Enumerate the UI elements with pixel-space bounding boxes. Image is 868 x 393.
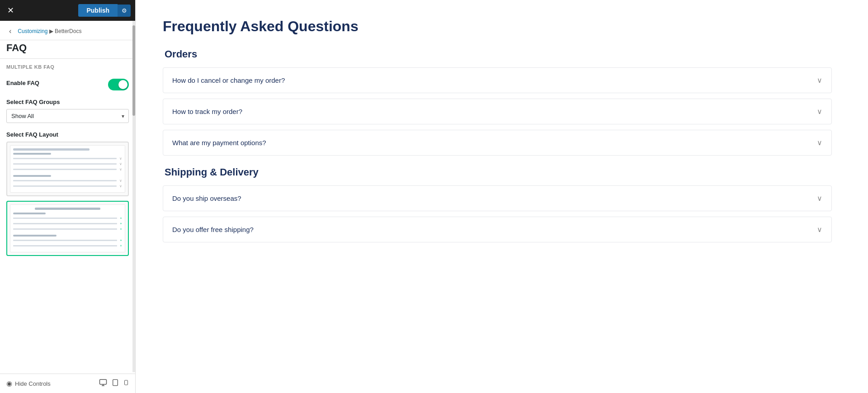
breadcrumb-nav: ‹ Customizing ▶ BetterDocs xyxy=(0,21,135,40)
faq-item-0-1[interactable]: How to track my order?∨ xyxy=(163,99,832,124)
mobile-icon xyxy=(123,379,129,387)
faq-sections: OrdersHow do I cancel or change my order… xyxy=(163,48,832,242)
device-buttons xyxy=(99,379,129,388)
faq-section-title-0: Orders xyxy=(165,48,832,60)
faq-page-title: Frequently Asked Questions xyxy=(163,18,832,35)
svg-rect-0 xyxy=(100,379,107,384)
svg-rect-3 xyxy=(113,379,118,385)
enable-faq-row: Enable FAQ xyxy=(6,79,129,90)
hide-controls-button[interactable]: ◉ Hide Controls xyxy=(6,379,51,388)
sidebar-controls: Enable FAQ Select FAQ Groups Show All ▾ … xyxy=(0,73,135,374)
svg-rect-5 xyxy=(125,380,128,385)
faq-chevron-icon: ∨ xyxy=(817,194,822,203)
enable-faq-label: Enable FAQ xyxy=(6,80,39,86)
layout-option-2[interactable]: + + + + + xyxy=(6,201,129,256)
desktop-icon xyxy=(99,379,107,387)
sidebar-header: ✕ Publish ⚙ xyxy=(0,0,135,21)
mobile-view-button[interactable] xyxy=(123,379,129,388)
publish-settings-button[interactable]: ⚙ xyxy=(118,5,131,17)
main-content: Frequently Asked Questions OrdersHow do … xyxy=(136,0,868,393)
faq-item-1-0[interactable]: Do you ship overseas?∨ xyxy=(163,185,832,211)
faq-question-text: Do you offer free shipping? xyxy=(172,226,254,233)
faq-groups-select[interactable]: Show All xyxy=(6,109,129,123)
faq-section-0: OrdersHow do I cancel or change my order… xyxy=(163,48,832,156)
faq-item-0-0[interactable]: How do I cancel or change my order?∨ xyxy=(163,67,832,93)
layout-preview-2: + + + + + xyxy=(10,204,125,252)
layout-preview-1: ∨ ∨ ∨ ∨ ∨ xyxy=(10,145,125,193)
layout-options: ∨ ∨ ∨ ∨ ∨ + + + xyxy=(6,142,129,256)
section-label: MULTIPLE KB FAQ xyxy=(0,58,135,73)
faq-question-text: How do I cancel or change my order? xyxy=(172,76,285,84)
breadcrumb: Customizing ▶ BetterDocs xyxy=(18,28,81,34)
faq-section-1: Shipping & DeliveryDo you ship overseas?… xyxy=(163,166,832,242)
faq-chevron-icon: ∨ xyxy=(817,138,822,147)
publish-button[interactable]: Publish xyxy=(78,4,118,17)
faq-question-text: How to track my order? xyxy=(172,108,242,115)
faq-chevron-icon: ∨ xyxy=(817,225,822,234)
faq-item-1-1[interactable]: Do you offer free shipping?∨ xyxy=(163,217,832,242)
layout-option-1[interactable]: ∨ ∨ ∨ ∨ ∨ xyxy=(6,142,129,196)
select-groups-label: Select FAQ Groups xyxy=(6,99,129,105)
faq-groups-select-wrapper: Show All ▾ xyxy=(6,109,129,123)
sidebar-scrollthumb[interactable] xyxy=(132,25,135,116)
page-title: FAQ xyxy=(6,42,135,54)
desktop-view-button[interactable] xyxy=(99,379,107,388)
back-button[interactable]: ‹ xyxy=(6,26,14,36)
sidebar-scrolltrack xyxy=(132,21,135,372)
tablet-view-button[interactable] xyxy=(112,379,119,388)
close-button[interactable]: ✕ xyxy=(5,4,17,17)
breadcrumb-customizing[interactable]: Customizing xyxy=(18,28,47,34)
faq-question-text: Do you ship overseas? xyxy=(172,194,241,202)
tablet-icon xyxy=(112,379,119,387)
publish-area: Publish ⚙ xyxy=(78,4,131,17)
faq-chevron-icon: ∨ xyxy=(817,76,822,85)
faq-section-title-1: Shipping & Delivery xyxy=(165,166,832,178)
enable-faq-toggle[interactable] xyxy=(108,79,129,90)
eye-icon: ◉ xyxy=(6,379,12,388)
faq-question-text: What are my payment options? xyxy=(172,139,266,147)
select-layout-label: Select FAQ Layout xyxy=(6,131,129,138)
faq-item-0-2[interactable]: What are my payment options?∨ xyxy=(163,130,832,156)
sidebar-bottom: ◉ Hide Controls xyxy=(0,374,135,393)
sidebar: ✕ Publish ⚙ ‹ Customizing ▶ BetterDocs F… xyxy=(0,0,136,393)
faq-chevron-icon: ∨ xyxy=(817,107,822,116)
